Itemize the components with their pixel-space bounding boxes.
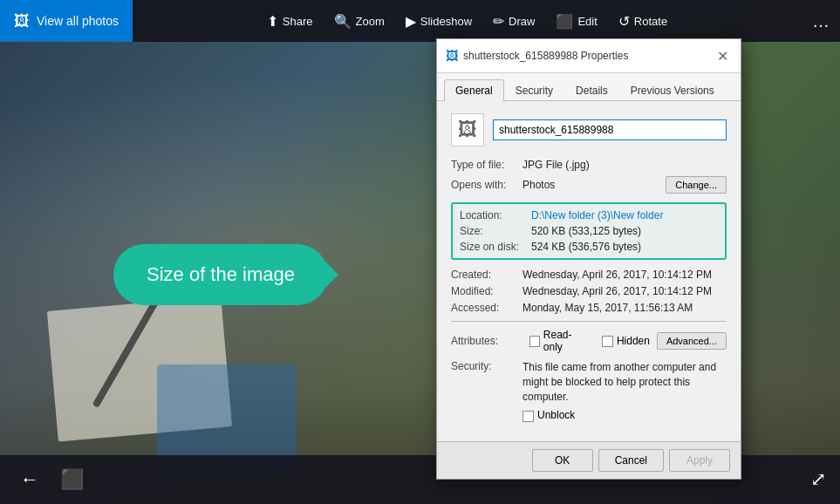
attrs-label: Attributes: [451,335,522,347]
draw-button[interactable]: ✏ Draw [484,8,543,35]
location-value[interactable]: D:\New folder (3)\New folder [531,209,663,221]
readonly-checkbox-item[interactable]: Read-only [529,329,586,353]
filename-input[interactable] [493,119,727,140]
dialog-titlebar: 🖼 shutterstock_615889988 Properties ✕ [437,39,741,73]
zoom-icon: 🔍 [334,13,352,30]
slideshow-label: Slideshow [420,15,472,28]
dialog-footer: OK Cancel Apply [437,441,741,479]
modified-row: Modified: Wednesday, April 26, 2017, 10:… [451,285,727,297]
unblock-checkbox[interactable] [522,411,534,422]
size-disk-row: Size on disk: 524 KB (536,576 bytes) [460,241,718,253]
toolbar: 🖼 View all photos ⬆ Share 🔍 Zoom ▶ Slide… [0,0,840,42]
modified-label: Modified: [451,285,522,297]
unblock-area: Unblock [522,409,727,422]
opens-with-row: Opens with: Photos Change... [451,176,727,194]
edit-label: Edit [577,15,597,28]
view-all-label: View all photos [37,14,119,28]
tab-previous-versions[interactable]: Previous Versions [619,79,726,101]
properties-dialog: 🖼 shutterstock_615889988 Properties ✕ Ge… [436,38,741,480]
modified-value: Wednesday, April 26, 2017, 10:14:12 PM [522,285,712,297]
bottom-nav: ← ⬛ [14,464,87,495]
location-row: Location: D:\New folder (3)\New folder [460,209,718,221]
accessed-row: Accessed: Monday, May 15, 2017, 11:56:13… [451,302,727,314]
dialog-close-button[interactable]: ✕ [713,46,732,65]
security-row: Security: This file came from another co… [451,360,727,422]
hidden-label: Hidden [617,335,650,347]
readonly-label: Read-only [543,329,586,353]
dates-section: Created: Wednesday, April 26, 2017, 10:1… [451,269,727,314]
file-type-icon: 🖼 [451,113,484,146]
hidden-checkbox-item[interactable]: Hidden [602,335,650,347]
share-button[interactable]: ⬆ Share [258,8,322,35]
more-options-button[interactable]: … [802,11,840,31]
opens-label: Opens with: [451,179,522,191]
view-all-button[interactable]: 🖼 View all photos [0,0,133,42]
type-value: JPG File (.jpg) [522,159,590,171]
ok-button[interactable]: OK [532,449,593,472]
tab-security[interactable]: Security [504,79,564,101]
photos-icon: 🖼 [14,12,30,31]
share-icon: ⬆ [267,13,278,30]
tab-details[interactable]: Details [564,79,619,101]
rotate-icon: ↺ [618,13,630,30]
screen-button[interactable]: ⬛ [56,464,87,495]
accessed-value: Monday, May 15, 2017, 11:56:13 AM [522,302,693,314]
dialog-tabs: General Security Details Previous Versio… [437,73,741,101]
rotate-button[interactable]: ↺ Rotate [610,8,676,35]
size-row: Size: 520 KB (533,125 bytes) [460,225,718,237]
location-label: Location: [460,209,531,221]
size-label: Size: [460,225,531,237]
slideshow-icon: ▶ [406,13,416,30]
cancel-button[interactable]: Cancel [598,449,664,472]
back-button[interactable]: ← [14,464,45,495]
rotate-label: Rotate [634,15,667,28]
created-row: Created: Wednesday, April 26, 2017, 10:1… [451,269,727,281]
dialog-body: 🖼 Type of file: JPG File (.jpg) Opens wi… [437,101,741,441]
created-label: Created: [451,269,522,281]
zoom-label: Zoom [356,15,385,28]
edit-button[interactable]: ⬛ Edit [547,8,605,35]
toolbar-actions: ⬆ Share 🔍 Zoom ▶ Slideshow ✏ Draw ⬛ Edit… [133,8,802,35]
change-button[interactable]: Change... [666,176,727,194]
tooltip-text: Size of the image [147,263,295,285]
type-row: Type of file: JPG File (.jpg) [451,159,727,171]
size-highlight-section: Location: D:\New folder (3)\New folder S… [451,202,727,260]
advanced-button[interactable]: Advanced... [657,332,727,350]
hidden-checkbox[interactable] [602,336,613,347]
tooltip-bubble: Size of the image [113,244,328,305]
draw-icon: ✏ [493,13,504,30]
created-value: Wednesday, April 26, 2017, 10:14:12 PM [522,269,712,281]
share-label: Share [283,15,313,28]
slideshow-button[interactable]: ▶ Slideshow [397,8,481,35]
expand-button[interactable]: ⤢ [810,468,826,491]
opens-value: Photos [522,179,555,191]
apply-button[interactable]: Apply [669,449,730,472]
draw-label: Draw [509,15,535,28]
edit-icon: ⬛ [556,13,573,30]
accessed-label: Accessed: [451,302,522,314]
size-disk-value: 524 KB (536,576 bytes) [531,241,641,253]
unblock-label: Unblock [537,409,575,421]
filename-row: 🖼 [451,113,727,146]
readonly-checkbox[interactable] [529,336,540,347]
size-disk-label: Size on disk: [460,241,531,253]
security-content: This file came from another computer and… [522,360,727,422]
security-label: Security: [451,360,522,372]
attributes-row: Attributes: Read-only Hidden Advanced... [451,329,727,353]
divider [451,321,727,322]
security-text: This file came from another computer and… [522,360,727,404]
dialog-file-icon: 🖼 [446,49,458,63]
dialog-title-area: 🖼 shutterstock_615889988 Properties [446,49,628,63]
type-label: Type of file: [451,159,522,171]
zoom-button[interactable]: 🔍 Zoom [325,8,393,35]
size-value: 520 KB (533,125 bytes) [531,225,641,237]
dialog-title: shutterstock_615889988 Properties [463,50,628,62]
tab-general[interactable]: General [444,79,504,101]
